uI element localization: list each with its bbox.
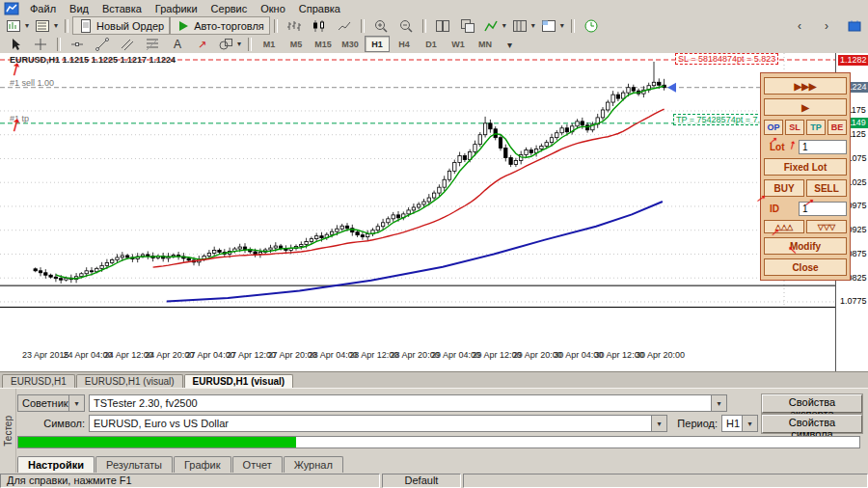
- tester-tab-bar: НастройкиРезультатыГрафикОтчетЖурнал: [17, 453, 344, 473]
- timeframes-more-button[interactable]: ▾: [499, 35, 524, 53]
- chart-new-button[interactable]: ▾: [3, 16, 32, 35]
- toggle-be-button[interactable]: BE: [827, 120, 847, 135]
- fast-forward-button[interactable]: ▶▶▶: [764, 77, 847, 95]
- svg-text:▾: ▾: [507, 40, 512, 50]
- tester-title: Тестер: [3, 416, 14, 447]
- expert-combo[interactable]: TSTester 2.30, fv2500 ▾: [89, 394, 727, 412]
- timeframe-button-h4[interactable]: H4: [392, 36, 417, 52]
- periods-button[interactable]: ▾: [509, 16, 538, 35]
- tools-toolbar: A↗▾M1M5M15M30H1H4D1W1MN▾: [0, 35, 868, 54]
- menu-item[interactable]: Сервис: [204, 2, 255, 15]
- cursor-button[interactable]: [3, 35, 28, 53]
- chevron-left-icon: ‹: [793, 18, 808, 34]
- trendline-icon: [95, 37, 110, 52]
- symbol-properties-button[interactable]: Свойства символа: [762, 415, 862, 433]
- period-combo[interactable]: H1 ▾: [721, 415, 758, 432]
- step-forward-button[interactable]: ▶: [764, 98, 847, 116]
- timeframe-button-w1[interactable]: W1: [446, 36, 471, 52]
- menu-item[interactable]: Файл: [23, 2, 63, 15]
- chevron-down-icon[interactable]: ▾: [531, 21, 535, 30]
- tester-tab[interactable]: Журнал: [284, 456, 343, 473]
- zoom-out-button[interactable]: [393, 16, 419, 35]
- expert-combo-value: TSTester 2.30, fv2500: [94, 397, 198, 409]
- channel-button[interactable]: [115, 35, 140, 53]
- chart-candles-button[interactable]: [307, 16, 332, 35]
- new-order-button[interactable]: Новый Ордер: [72, 16, 170, 35]
- chevron-down-icon[interactable]: ▾: [237, 40, 241, 48]
- cascade-windows-button[interactable]: [455, 16, 480, 35]
- timeframe-button-d1[interactable]: D1: [419, 36, 444, 52]
- tester-side-strip[interactable]: Тестер: [0, 389, 16, 474]
- chevron-down-icon[interactable]: ▾: [54, 21, 58, 30]
- symbol-combo[interactable]: EURUSD, Euro vs US Dollar ▾: [89, 415, 667, 432]
- toggle-sl-button[interactable]: SL: [785, 120, 804, 135]
- timeframe-button-mn[interactable]: MN: [473, 36, 498, 52]
- templates-button[interactable]: ▾: [538, 16, 567, 35]
- indicators-button[interactable]: ▾: [480, 16, 509, 35]
- tester-type-combo[interactable]: Советник ▾: [17, 394, 85, 412]
- chart-tab[interactable]: EURUSD,H1 (visual): [184, 374, 294, 389]
- chevron-down-icon[interactable]: ▾: [560, 21, 564, 30]
- time-axis[interactable]: 23 Apr 201524 Apr 04:0024 Apr 12:0024 Ap…: [0, 348, 835, 364]
- arrow-tool-button[interactable]: ↗: [190, 35, 215, 53]
- arrow-tool-icon: ↗: [195, 37, 210, 52]
- buy-button[interactable]: BUY: [764, 179, 804, 197]
- fibonacci-button[interactable]: [140, 35, 165, 53]
- dropdown-more-icon: ▾: [503, 37, 519, 52]
- price-chart[interactable]: [0, 53, 835, 371]
- timeframe-button-h1[interactable]: H1: [365, 36, 390, 52]
- expert-properties-button[interactable]: Свойства эксперта: [762, 394, 862, 413]
- menu-item[interactable]: Вставка: [95, 2, 149, 15]
- chevron-down-icon[interactable]: ▾: [68, 395, 84, 411]
- chevron-down-icon[interactable]: ▾: [25, 21, 29, 30]
- chevron-down-icon[interactable]: ▾: [711, 395, 726, 411]
- timeframe-button-m5[interactable]: M5: [284, 36, 309, 52]
- chevron-right-icon: ›: [820, 18, 835, 34]
- timeframe-button-m30[interactable]: M30: [338, 36, 363, 52]
- shapes-button[interactable]: ▾: [215, 35, 244, 53]
- modify-button[interactable]: Modify: [764, 237, 847, 255]
- clock-button[interactable]: [579, 16, 604, 35]
- chart-new-icon: [6, 18, 21, 34]
- menu-item[interactable]: Графики: [149, 2, 204, 15]
- tester-tab[interactable]: График: [174, 456, 231, 473]
- toggle-tp-button[interactable]: TP: [806, 120, 826, 135]
- lot-input[interactable]: [799, 140, 847, 154]
- symbol-combo-value: EURUSD, Euro vs US Dollar: [94, 418, 229, 429]
- chart-bars-button[interactable]: [282, 16, 307, 35]
- profiles-button[interactable]: ▾: [32, 16, 61, 35]
- toolbox-button[interactable]: [842, 16, 867, 35]
- chart-tab[interactable]: EURUSD,H1 (visual): [76, 374, 183, 389]
- tile-windows-button[interactable]: [430, 16, 455, 35]
- toolbar-separator: [361, 19, 365, 33]
- menu-item[interactable]: Справка: [292, 2, 347, 15]
- hline-button[interactable]: [65, 35, 90, 53]
- period-combo-value: H1: [726, 418, 740, 429]
- chevron-left-button[interactable]: ‹: [788, 16, 813, 35]
- tester-tab[interactable]: Отчет: [232, 456, 283, 473]
- chevron-down-icon[interactable]: ▾: [651, 416, 666, 431]
- tester-tab[interactable]: Результаты: [95, 456, 173, 473]
- chevron-down-icon[interactable]: ▾: [502, 21, 506, 30]
- tester-tab[interactable]: Настройки: [17, 456, 95, 473]
- chevron-right-button[interactable]: ›: [815, 16, 840, 35]
- fixed-lot-button[interactable]: Fixed Lot: [764, 158, 847, 176]
- chart-tab[interactable]: EURUSD,H1: [2, 374, 75, 389]
- chart-line-button[interactable]: [332, 16, 357, 35]
- period-label: Период:: [673, 415, 718, 432]
- symbol-label: Символ:: [17, 415, 85, 432]
- main-toolbar: ▾▾Новый ОрдерАвто-торговля▾▾▾‹›: [0, 16, 868, 36]
- status-profile[interactable]: Default: [382, 474, 461, 488]
- zoom-in-button[interactable]: [368, 16, 393, 35]
- menu-item[interactable]: Вид: [63, 2, 95, 15]
- text-tool-button[interactable]: A: [165, 35, 190, 53]
- trendline-button[interactable]: [90, 35, 115, 53]
- autotrade-button[interactable]: Авто-торговля: [170, 16, 270, 35]
- menu-item[interactable]: Окно: [254, 2, 292, 15]
- close-position-button[interactable]: Close: [764, 258, 847, 276]
- timeframe-button-m15[interactable]: M15: [311, 36, 336, 52]
- decrease-button[interactable]: ▽▽▽: [806, 220, 847, 233]
- timeframe-button-m1[interactable]: M1: [257, 36, 282, 52]
- chevron-down-icon[interactable]: ▾: [742, 416, 757, 431]
- crosshair-button[interactable]: [28, 35, 53, 53]
